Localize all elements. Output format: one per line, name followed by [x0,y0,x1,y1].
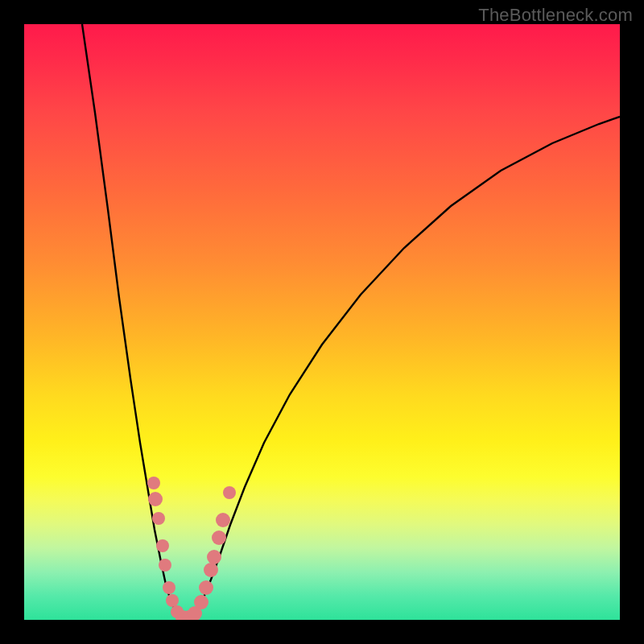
data-dot [216,513,230,527]
data-dot [147,477,160,489]
data-dot [166,594,179,607]
data-dot [207,550,221,564]
v-curve-line [82,24,620,620]
data-dot [163,581,175,594]
data-dot [199,580,213,595]
data-dot [152,512,165,525]
plot-area [24,24,620,620]
data-dot [159,559,171,572]
data-dot [148,492,163,506]
data-dot [194,595,208,609]
bottleneck-curve [24,24,620,620]
data-dot [212,530,226,545]
data-dot [156,539,169,552]
watermark-text: TheBottleneck.com [478,5,633,26]
data-dot [223,486,236,499]
data-dot [204,563,218,577]
chart-frame: TheBottleneck.com [0,0,644,644]
